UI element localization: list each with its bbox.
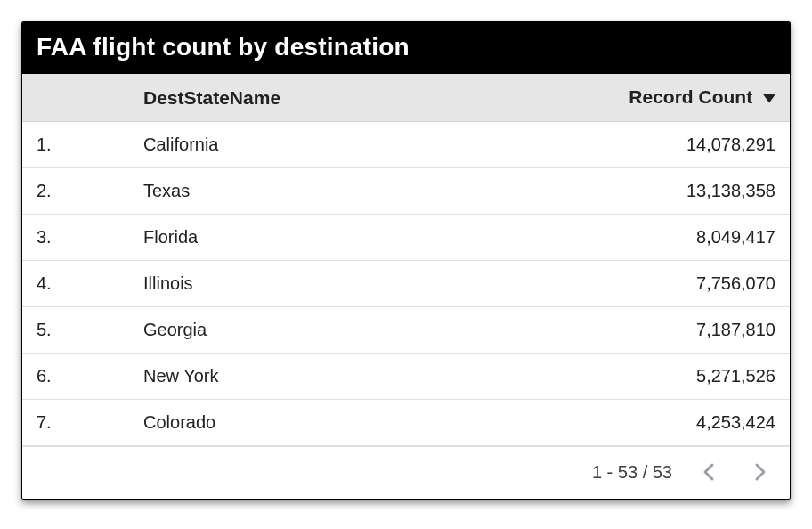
data-table: DestStateName Record Count 1.California1… (22, 74, 790, 446)
svg-marker-0 (763, 94, 775, 103)
pagination-range: 1 - 53 / 53 (592, 462, 672, 483)
row-count: 14,078,291 (451, 122, 790, 168)
row-rank: 2. (22, 168, 129, 215)
row-count: 5,271,526 (451, 354, 790, 400)
table-row[interactable]: 5.Georgia7,187,810 (22, 307, 790, 354)
pager (697, 458, 772, 486)
row-rank: 6. (22, 354, 129, 400)
row-state: New York (129, 354, 451, 400)
row-state: Georgia (129, 307, 451, 354)
row-count: 7,756,070 (451, 261, 790, 307)
row-state: Colorado (129, 400, 451, 446)
chevron-right-icon (751, 461, 768, 483)
column-header-state[interactable]: DestStateName (129, 74, 451, 122)
table-row[interactable]: 4.Illinois7,756,070 (22, 261, 790, 307)
table-row[interactable]: 6.New York5,271,526 (22, 354, 790, 400)
row-count: 13,138,358 (451, 168, 790, 215)
table-header-row: DestStateName Record Count (22, 74, 790, 122)
row-state: California (129, 122, 451, 168)
row-state: Illinois (129, 261, 451, 307)
column-header-count-label: Record Count (629, 86, 752, 107)
row-count: 4,253,424 (451, 400, 790, 446)
chevron-left-icon (701, 461, 719, 483)
row-rank: 5. (22, 307, 129, 354)
row-count: 7,187,810 (451, 307, 790, 354)
table-row[interactable]: 7.Colorado4,253,424 (22, 400, 790, 446)
table-row[interactable]: 1.California14,078,291 (22, 122, 790, 168)
sort-desc-icon (763, 87, 775, 109)
next-page-button[interactable] (747, 458, 772, 486)
row-rank: 4. (22, 261, 129, 307)
data-table-card: FAA flight count by destination DestStat… (21, 21, 791, 500)
table-row[interactable]: 2.Texas13,138,358 (22, 168, 790, 215)
row-state: Florida (129, 215, 451, 261)
row-count: 8,049,417 (451, 215, 790, 261)
prev-page-button[interactable] (697, 458, 722, 486)
row-state: Texas (129, 168, 451, 215)
card-title: FAA flight count by destination (22, 22, 790, 74)
row-rank: 1. (22, 122, 129, 168)
column-header-count[interactable]: Record Count (451, 74, 790, 122)
column-header-rank[interactable] (22, 74, 129, 122)
row-rank: 7. (22, 400, 129, 446)
row-rank: 3. (22, 215, 129, 261)
table-row[interactable]: 3.Florida8,049,417 (22, 215, 790, 261)
table-footer: 1 - 53 / 53 (22, 446, 790, 499)
